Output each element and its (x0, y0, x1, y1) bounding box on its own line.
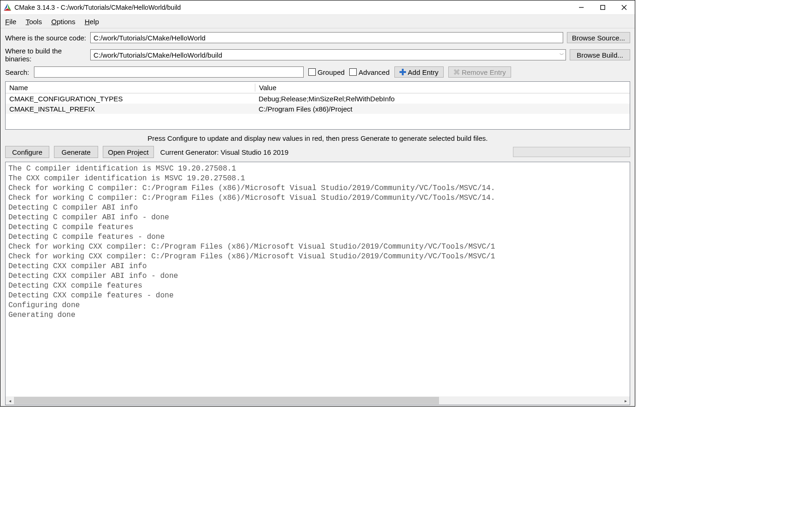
search-row: Search: Grouped Advanced Add Entry (5, 66, 630, 78)
menubar: File Tools Options Help (0, 15, 635, 28)
menu-tools[interactable]: Tools (26, 18, 42, 26)
svg-rect-4 (601, 6, 605, 10)
search-input[interactable] (34, 66, 304, 78)
column-name[interactable]: Name (6, 84, 255, 92)
cache-entry-value: Debug;Release;MinSizeRel;RelWithDebInfo (255, 95, 630, 103)
cache-table[interactable]: Name Value CMAKE_CONFIGURATION_TYPESDebu… (5, 81, 630, 130)
search-label: Search: (5, 68, 29, 76)
action-row: Configure Generate Open Project Current … (5, 146, 630, 158)
grouped-label: Grouped (318, 68, 345, 76)
client-area: Where is the source code: Browse Source.… (0, 28, 635, 406)
horizontal-scrollbar[interactable]: ◂ ▸ (6, 396, 630, 405)
advanced-checkbox[interactable]: Advanced (349, 68, 390, 76)
scroll-track[interactable] (14, 396, 621, 405)
checkbox-icon (349, 68, 357, 76)
menu-help[interactable]: Help (85, 18, 99, 26)
scroll-left-icon[interactable]: ◂ (6, 396, 14, 405)
output-pane: The C compiler identification is MSVC 19… (5, 162, 630, 405)
cmake-icon (3, 3, 12, 12)
remove-entry-button[interactable]: Remove Entry (448, 66, 511, 78)
svg-rect-8 (399, 71, 406, 73)
add-entry-label: Add Entry (408, 68, 439, 76)
source-input[interactable] (90, 32, 563, 43)
scroll-thumb[interactable] (14, 397, 439, 404)
minimize-button[interactable] (571, 0, 592, 14)
add-entry-button[interactable]: Add Entry (394, 66, 444, 78)
table-row[interactable]: CMAKE_INSTALL_PREFIXC:/Program Files (x8… (6, 104, 630, 114)
build-input[interactable] (90, 49, 566, 60)
checkbox-icon (308, 68, 316, 76)
x-icon (453, 69, 460, 75)
generator-label: Current Generator: Visual Studio 16 2019 (160, 148, 289, 156)
source-row: Where is the source code: Browse Source.… (5, 32, 630, 43)
progress-bar (513, 147, 630, 157)
window-title: CMake 3.14.3 - C:/work/Tutorials/CMake/H… (14, 4, 181, 11)
cmake-gui-window: CMake 3.14.3 - C:/work/Tutorials/CMake/H… (0, 0, 635, 407)
build-row: Where to build the binaries: ﹀ Browse Bu… (5, 47, 630, 63)
grouped-checkbox[interactable]: Grouped (308, 68, 345, 76)
scroll-right-icon[interactable]: ▸ (621, 396, 630, 405)
output-text[interactable]: The C compiler identification is MSVC 19… (6, 162, 630, 396)
open-project-button[interactable]: Open Project (103, 146, 154, 158)
build-label: Where to build the binaries: (5, 47, 87, 63)
cache-entry-value: C:/Program Files (x86)/Project (255, 105, 630, 113)
source-label: Where is the source code: (5, 34, 87, 42)
remove-entry-label: Remove Entry (462, 68, 506, 76)
menu-file[interactable]: File (5, 18, 16, 26)
cache-entry-name: CMAKE_CONFIGURATION_TYPES (6, 95, 255, 103)
cache-header: Name Value (6, 82, 630, 93)
table-row[interactable]: CMAKE_CONFIGURATION_TYPESDebug;Release;M… (6, 93, 630, 104)
hint-text: Press Configure to update and display ne… (5, 133, 630, 142)
close-button[interactable] (613, 0, 635, 14)
configure-button[interactable]: Configure (5, 146, 49, 158)
maximize-button[interactable] (592, 0, 613, 14)
cache-entry-name: CMAKE_INSTALL_PREFIX (6, 105, 255, 113)
browse-source-button[interactable]: Browse Source... (567, 32, 630, 43)
plus-icon (399, 69, 406, 75)
column-value[interactable]: Value (255, 84, 630, 92)
browse-build-button[interactable]: Browse Build... (570, 49, 630, 60)
generate-button[interactable]: Generate (54, 146, 98, 158)
advanced-label: Advanced (359, 68, 390, 76)
titlebar: CMake 3.14.3 - C:/work/Tutorials/CMake/H… (0, 0, 635, 15)
menu-options[interactable]: Options (51, 18, 75, 26)
